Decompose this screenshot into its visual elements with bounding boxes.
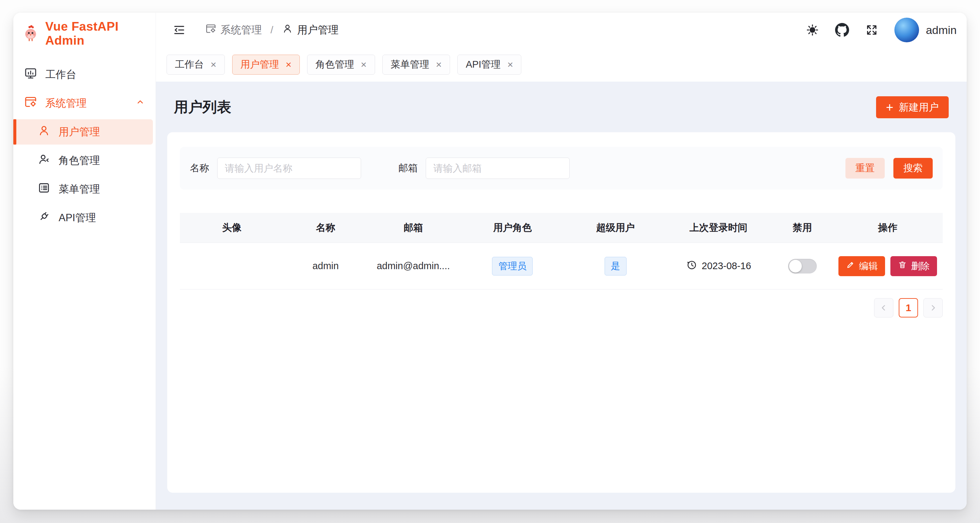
tab-role-management[interactable]: 角色管理 × xyxy=(307,55,375,75)
create-user-button[interactable]: + 新建用户 xyxy=(876,96,949,118)
github-icon[interactable] xyxy=(835,23,849,37)
superuser-cell: 是 xyxy=(566,257,665,275)
breadcrumb-item-user[interactable]: 用户管理 xyxy=(282,23,339,37)
tab-label: 菜单管理 xyxy=(391,58,430,71)
trash-icon xyxy=(898,260,907,272)
breadcrumb-label: 用户管理 xyxy=(297,23,339,37)
breadcrumb: 系统管理 / 用户管理 xyxy=(205,23,339,37)
disabled-cell xyxy=(772,259,833,273)
page-number-1[interactable]: 1 xyxy=(899,298,918,318)
table-row: admin admin@admin.... 管理员 是 xyxy=(180,243,943,289)
last-login-value: 2023-08-16 xyxy=(702,261,751,272)
avatar[interactable] xyxy=(894,17,919,42)
theme-sun-icon[interactable] xyxy=(806,23,819,37)
name-filter-group: 名称 xyxy=(190,157,361,179)
actions-cell: 编辑 删除 xyxy=(833,256,943,276)
column-header-name: 名称 xyxy=(283,221,368,235)
sidebar-item-workbench[interactable]: 工作台 xyxy=(16,62,153,87)
app-title: Vue FastAPI Admin xyxy=(45,20,156,48)
column-header-email: 邮箱 xyxy=(368,221,459,235)
edit-label: 编辑 xyxy=(859,260,878,272)
sidebar: Vue FastAPI Admin 工作台 xyxy=(13,13,156,510)
close-icon[interactable]: × xyxy=(361,60,367,70)
create-user-label: 新建用户 xyxy=(899,100,939,114)
email-cell: admin@admin.... xyxy=(368,261,459,272)
close-icon[interactable]: × xyxy=(436,60,442,70)
sidebar-item-api-management[interactable]: API管理 xyxy=(16,205,153,231)
role-icon xyxy=(37,153,51,169)
tab-label: 角色管理 xyxy=(315,58,354,71)
tab-menu-management[interactable]: 菜单管理 × xyxy=(382,55,450,75)
clock-history-icon xyxy=(686,259,697,273)
sidebar-item-system-management[interactable]: 系统管理 xyxy=(16,91,153,116)
superuser-tag: 是 xyxy=(605,257,627,275)
pencil-icon xyxy=(846,260,855,272)
main-area: 系统管理 / 用户管理 xyxy=(156,13,967,510)
user-icon xyxy=(37,124,51,140)
role-tag: 管理员 xyxy=(492,257,533,275)
chick-logo-icon xyxy=(22,24,39,43)
app-window: Vue FastAPI Admin 工作台 xyxy=(13,13,967,510)
sidebar-collapse-icon[interactable] xyxy=(173,23,186,37)
tab-user-management[interactable]: 用户管理 × xyxy=(232,55,300,75)
user-menu[interactable]: admin xyxy=(894,17,957,42)
email-filter-input[interactable] xyxy=(426,157,570,179)
tab-api-management[interactable]: API管理 × xyxy=(457,55,521,75)
last-login-cell: 2023-08-16 xyxy=(665,259,772,273)
topbar-actions: admin xyxy=(806,17,957,42)
system-settings-icon xyxy=(24,95,37,111)
prev-page-button[interactable] xyxy=(874,298,893,318)
name-filter-input[interactable] xyxy=(217,157,361,179)
workbench-icon xyxy=(24,67,37,83)
page-title: 用户列表 xyxy=(174,98,231,117)
sidebar-item-label: 用户管理 xyxy=(59,125,100,139)
content-area: 用户列表 + 新建用户 名称 邮箱 xyxy=(156,82,967,510)
tab-label: 工作台 xyxy=(175,58,204,71)
app-logo[interactable]: Vue FastAPI Admin xyxy=(13,13,156,50)
email-filter-label: 邮箱 xyxy=(398,162,418,175)
email-filter-group: 邮箱 xyxy=(398,157,570,179)
sidebar-item-label: 菜单管理 xyxy=(59,182,100,196)
column-header-last-login: 上次登录时间 xyxy=(665,221,772,235)
close-icon[interactable]: × xyxy=(210,60,216,70)
menu-list-icon xyxy=(37,181,51,197)
delete-label: 删除 xyxy=(911,260,930,272)
chevron-up-icon xyxy=(135,97,146,110)
user-list-card: 名称 邮箱 重置 搜索 头像 名称 xyxy=(167,132,955,493)
column-header-superuser: 超级用户 xyxy=(566,221,665,235)
breadcrumb-item-system[interactable]: 系统管理 xyxy=(205,23,262,37)
content-header: 用户列表 + 新建用户 xyxy=(167,82,955,132)
role-cell: 管理员 xyxy=(459,257,566,275)
system-settings-icon xyxy=(205,23,216,37)
sidebar-item-user-management[interactable]: 用户管理 xyxy=(13,119,153,145)
search-button[interactable]: 搜索 xyxy=(893,158,933,178)
filter-bar: 名称 邮箱 重置 搜索 xyxy=(180,147,943,189)
sidebar-item-role-management[interactable]: 角色管理 xyxy=(16,148,153,173)
edit-button[interactable]: 编辑 xyxy=(838,256,885,276)
name-cell: admin xyxy=(283,261,368,272)
column-header-role: 用户角色 xyxy=(459,221,566,235)
next-page-button[interactable] xyxy=(923,298,943,318)
api-plug-icon xyxy=(37,210,51,226)
column-header-avatar: 头像 xyxy=(180,221,283,235)
username: admin xyxy=(926,24,957,37)
close-icon[interactable]: × xyxy=(286,60,292,70)
sidebar-item-label: 角色管理 xyxy=(59,154,100,168)
disable-toggle[interactable] xyxy=(788,259,817,273)
close-icon[interactable]: × xyxy=(508,60,513,70)
tab-label: API管理 xyxy=(466,58,501,71)
breadcrumb-label: 系统管理 xyxy=(221,23,262,37)
pagination: 1 xyxy=(180,298,943,318)
column-header-actions: 操作 xyxy=(833,221,943,235)
table-header-row: 头像 名称 邮箱 用户角色 超级用户 上次登录时间 禁用 操作 xyxy=(180,213,943,243)
delete-button[interactable]: 删除 xyxy=(890,256,937,276)
name-filter-label: 名称 xyxy=(190,162,209,175)
sidebar-item-menu-management[interactable]: 菜单管理 xyxy=(16,176,153,202)
reset-button[interactable]: 重置 xyxy=(845,158,885,178)
fullscreen-icon[interactable] xyxy=(865,23,878,37)
tab-label: 用户管理 xyxy=(240,58,279,71)
sidebar-menu: 工作台 系统管理 xyxy=(13,50,156,234)
tab-workbench[interactable]: 工作台 × xyxy=(167,55,225,75)
user-table: 头像 名称 邮箱 用户角色 超级用户 上次登录时间 禁用 操作 admin ad… xyxy=(180,213,943,289)
plus-icon: + xyxy=(886,101,893,114)
